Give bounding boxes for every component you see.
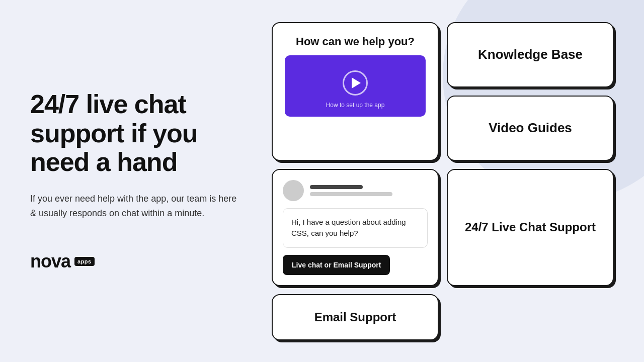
left-column: 24/7 live chat support if you need a han… [30,90,272,272]
logo: nova apps [30,251,252,272]
video-thumbnail[interactable]: How to set up the app [285,55,426,117]
chat-header [283,180,428,201]
logo-badge: apps [74,257,95,266]
right-grid: Knowledge Base How can we help you? How … [272,22,614,340]
chat-card[interactable]: Hi, I have a question about adding CSS, … [272,169,439,286]
video-guides-card[interactable]: Video Guides [447,96,614,161]
video-guides-title: Video Guides [489,120,572,136]
avatar [283,180,304,201]
help-widget-title: How can we help you? [285,35,426,48]
email-support-card[interactable]: Email Support [272,294,439,340]
main-headline: 24/7 live chat support if you need a han… [30,90,252,176]
subtext: If you ever need help with the app, our … [30,192,242,221]
chat-name-line [310,185,363,189]
email-support-title: Email Support [314,310,396,324]
live-chat-title: 24/7 Live Chat Support [465,220,596,234]
knowledge-base-title: Knowledge Base [478,47,583,62]
live-chat-email-button[interactable]: Live chat or Email Support [283,255,390,275]
video-caption: How to set up the app [326,102,385,109]
chat-lines [310,185,428,196]
page-wrapper: 24/7 live chat support if you need a han… [0,0,644,362]
chat-message-bubble: Hi, I have a question about adding CSS, … [283,208,428,248]
logo-text: nova [30,251,70,272]
live-chat-card[interactable]: 24/7 Live Chat Support [447,169,614,286]
play-button[interactable] [343,70,368,96]
chat-status-line [310,192,392,196]
knowledge-base-card[interactable]: Knowledge Base [447,22,614,87]
help-widget-card[interactable]: How can we help you? How to set up the a… [272,22,439,161]
